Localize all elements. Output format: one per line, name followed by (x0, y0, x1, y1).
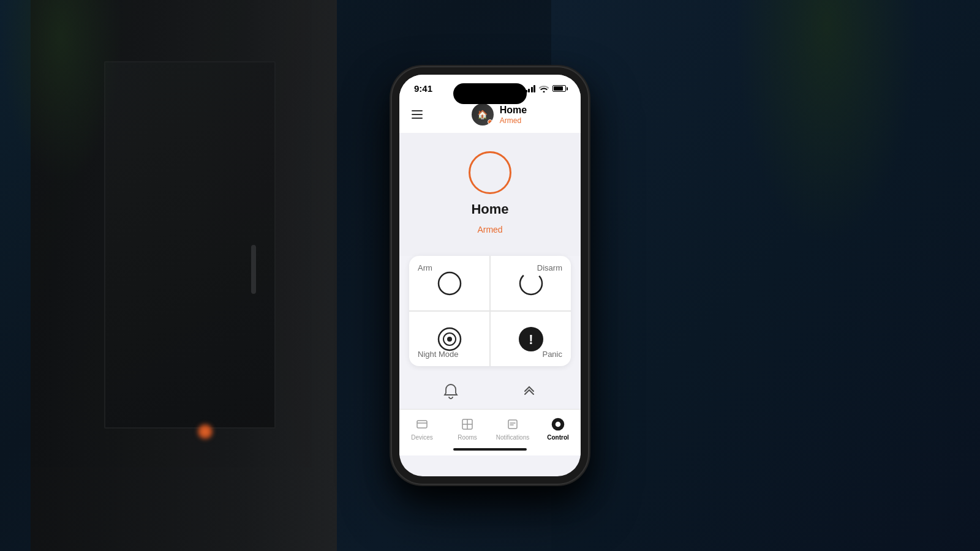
battery-fill (554, 86, 563, 91)
svg-rect-9 (508, 420, 517, 429)
security-status-panel: Home Armed (399, 133, 581, 256)
bottom-quick-bar (399, 371, 581, 409)
panic-label: Panic (542, 350, 562, 359)
control-panel-wrapper: Arm Disarm (399, 256, 581, 371)
tab-control-label: Control (547, 434, 569, 441)
wifi-icon (539, 85, 549, 92)
dynamic-island (453, 83, 527, 104)
signal-bars-icon (526, 85, 536, 92)
menu-line-3 (412, 118, 423, 119)
rooms-icon (461, 418, 474, 431)
status-icons (526, 85, 567, 92)
rooms-tab-icon (460, 417, 475, 432)
svg-text:!: ! (529, 332, 533, 347)
menu-line-1 (412, 110, 423, 111)
arm-button[interactable]: Arm (409, 256, 490, 311)
tab-devices[interactable]: Devices (399, 414, 445, 443)
disarm-icon (518, 270, 545, 297)
svg-point-1 (520, 272, 542, 294)
phone-frame: 9:41 (392, 67, 588, 484)
door-handle (251, 245, 256, 294)
chevron-up-icon (521, 383, 538, 400)
night-mode-icon (436, 326, 463, 353)
disarm-button[interactable]: Disarm (490, 256, 571, 311)
tab-bar: Devices Rooms (399, 409, 581, 446)
header-title: Home (500, 104, 527, 116)
ground-light (196, 422, 214, 441)
security-status-state: Armed (477, 225, 502, 234)
menu-line-2 (412, 114, 423, 115)
notifications-quick-button[interactable] (439, 380, 463, 404)
home-bar (453, 448, 527, 451)
night-mode-button[interactable]: Night Mode (409, 311, 490, 366)
tab-rooms-label: Rooms (458, 434, 477, 441)
tab-control[interactable]: Control (535, 414, 581, 443)
arm-icon (436, 270, 463, 297)
header-subtitle: Armed (500, 116, 527, 125)
control-grid: Arm Disarm (409, 256, 571, 366)
avatar: 🏠 (472, 103, 494, 126)
svg-point-11 (556, 422, 561, 427)
door (104, 61, 276, 429)
disarm-label: Disarm (537, 263, 562, 272)
home-indicator (399, 446, 581, 455)
devices-tab-icon (415, 417, 429, 432)
menu-button[interactable] (412, 110, 423, 119)
battery-icon (552, 85, 566, 92)
tree-left (0, 0, 123, 184)
tab-rooms[interactable]: Rooms (445, 414, 490, 443)
panic-button[interactable]: ! Panic (490, 311, 571, 366)
avatar-status-dot (488, 119, 492, 124)
expand-quick-button[interactable] (517, 380, 541, 404)
phone-screen: 9:41 (399, 75, 581, 476)
status-time: 9:41 (414, 83, 432, 94)
svg-rect-7 (417, 421, 427, 428)
header-text: Home Armed (500, 104, 527, 124)
tree-right (735, 0, 919, 245)
bell-icon (443, 383, 459, 400)
control-icon (551, 416, 565, 433)
signal-bar-3 (531, 87, 533, 92)
tab-notifications-label: Notifications (496, 434, 529, 441)
signal-bar-2 (528, 89, 530, 92)
devices-icon (415, 418, 429, 431)
security-status-label: Home (471, 201, 508, 217)
header-center: 🏠 Home Armed (430, 103, 568, 126)
night-mode-label: Night Mode (418, 350, 458, 359)
notifications-tab-icon (505, 417, 520, 432)
svg-point-0 (439, 272, 461, 294)
control-tab-icon (551, 417, 565, 432)
control-panel: Arm Disarm (409, 256, 571, 366)
arm-label: Arm (418, 263, 432, 272)
svg-point-4 (447, 337, 452, 342)
notifications-icon (506, 418, 519, 431)
signal-bar-4 (533, 85, 535, 92)
status-ring-icon (469, 151, 511, 194)
app-body: 9:41 (399, 75, 581, 476)
tab-notifications[interactable]: Notifications (490, 414, 535, 443)
phone-wrapper: 9:41 (392, 67, 588, 484)
tab-devices-label: Devices (411, 434, 433, 441)
panic-icon: ! (518, 326, 545, 353)
